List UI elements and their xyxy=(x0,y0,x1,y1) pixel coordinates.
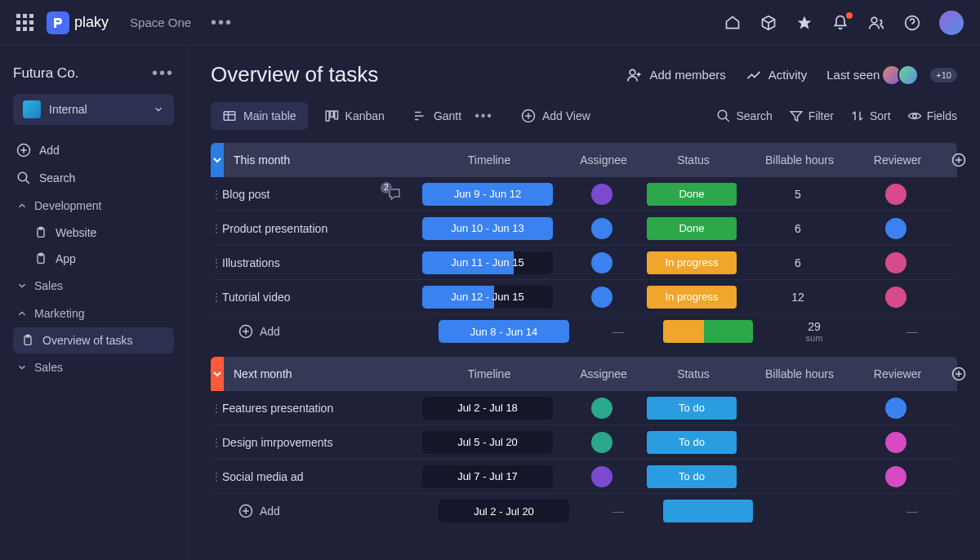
column-reviewer[interactable]: Reviewer xyxy=(853,367,942,380)
sidebar-group[interactable]: Sales xyxy=(13,353,174,381)
people-icon[interactable] xyxy=(867,14,885,32)
workspace-more-icon[interactable]: ••• xyxy=(152,64,174,82)
task-name-cell[interactable]: Blog post2 xyxy=(222,187,410,202)
task-name-cell[interactable]: Design imrpovements xyxy=(222,436,410,449)
bell-icon[interactable] xyxy=(831,14,849,32)
comment-icon[interactable]: 2 xyxy=(387,187,402,202)
assignee-cell[interactable] xyxy=(565,184,639,205)
timeline-cell[interactable]: Jul 7 - Jul 17 xyxy=(410,465,565,488)
task-name-cell[interactable]: Features presentation xyxy=(222,402,410,415)
filter-button[interactable]: Filter xyxy=(789,109,834,123)
sidebar-item[interactable]: Overview of tasks xyxy=(13,327,174,353)
more-icon[interactable]: ••• xyxy=(211,13,233,32)
search-button[interactable]: Search xyxy=(716,109,772,123)
drag-handle-icon[interactable]: ⋮ xyxy=(211,188,222,201)
column-assignee[interactable]: Assignee xyxy=(567,367,640,380)
column-reviewer[interactable]: Reviewer xyxy=(853,153,942,167)
add-column-button[interactable] xyxy=(942,153,975,167)
sidebar-search[interactable]: Search xyxy=(13,164,174,192)
sidebar-item[interactable]: App xyxy=(13,246,174,272)
reviewer-cell[interactable] xyxy=(851,398,941,419)
reviewer-cell[interactable] xyxy=(851,287,941,308)
task-row[interactable]: ⋮Product presentationJun 10 - Jun 13Done… xyxy=(211,211,957,246)
task-row[interactable]: ⋮Design imrpovementsJul 5 - Jul 20To do xyxy=(211,425,957,460)
task-name-cell[interactable]: Social media ad xyxy=(222,470,410,483)
add-view-button[interactable]: Add View xyxy=(510,102,602,130)
user-avatar[interactable] xyxy=(939,11,964,35)
task-name-cell[interactable]: Tutorial video xyxy=(222,291,410,304)
status-cell[interactable]: To do xyxy=(639,431,745,454)
view-tab[interactable]: Main table xyxy=(211,102,308,130)
column-timeline[interactable]: Timeline xyxy=(412,153,567,167)
drag-handle-icon[interactable]: ⋮ xyxy=(211,256,222,269)
add-task-button[interactable]: Add xyxy=(211,504,426,518)
view-tab[interactable]: Gantt xyxy=(401,102,473,130)
activity-button[interactable]: Activity xyxy=(746,67,808,83)
task-row[interactable]: ⋮Blog post2Jun 9 - Jun 12Done5 xyxy=(211,177,957,211)
timeline-cell[interactable]: Jul 2 - Jul 18 xyxy=(410,397,565,420)
views-more-icon[interactable]: ••• xyxy=(474,109,493,123)
task-row[interactable]: ⋮Features presentationJul 2 - Jul 18To d… xyxy=(211,391,957,425)
star-icon[interactable] xyxy=(795,14,813,32)
column-status[interactable]: Status xyxy=(640,153,746,167)
column-timeline[interactable]: Timeline xyxy=(412,367,567,380)
billable-cell[interactable]: 5 xyxy=(745,188,851,201)
timeline-cell[interactable]: Jun 12 - Jun 15 xyxy=(410,286,565,309)
last-seen[interactable]: Last seen +10 xyxy=(826,64,957,86)
task-row[interactable]: ⋮Tutorial videoJun 12 - Jun 15In progres… xyxy=(211,280,957,314)
assignee-cell[interactable] xyxy=(565,218,639,239)
assignee-cell[interactable] xyxy=(565,466,639,487)
assignee-cell[interactable] xyxy=(565,432,639,453)
assignee-cell[interactable] xyxy=(565,252,639,273)
space-name[interactable]: Space One xyxy=(130,16,191,29)
drag-handle-icon[interactable]: ⋮ xyxy=(211,436,222,449)
plaky-logo[interactable]: plaky xyxy=(47,11,109,34)
status-cell[interactable]: Done xyxy=(639,217,745,240)
reviewer-cell[interactable] xyxy=(851,252,941,273)
assignee-cell[interactable] xyxy=(565,287,639,308)
task-name-cell[interactable]: Illustrations xyxy=(222,256,410,269)
status-cell[interactable]: Done xyxy=(639,183,745,206)
add-members-button[interactable]: Add members xyxy=(626,67,725,83)
column-assignee[interactable]: Assignee xyxy=(567,153,640,167)
task-name-cell[interactable]: Product presentation xyxy=(222,222,410,235)
sort-button[interactable]: Sort xyxy=(850,109,891,123)
assignee-cell[interactable] xyxy=(565,398,639,419)
drag-handle-icon[interactable]: ⋮ xyxy=(211,291,222,304)
help-icon[interactable] xyxy=(903,14,921,32)
board-dropdown[interactable]: Internal xyxy=(13,94,174,125)
timeline-cell[interactable]: Jun 11 - Jun 15 xyxy=(410,251,565,274)
task-row[interactable]: ⋮IllustrationsJun 11 - Jun 15In progress… xyxy=(211,246,957,280)
timeline-cell[interactable]: Jun 10 - Jun 13 xyxy=(410,217,565,240)
billable-cell[interactable]: 6 xyxy=(745,222,851,235)
drag-handle-icon[interactable]: ⋮ xyxy=(211,222,222,235)
apps-grid-icon[interactable] xyxy=(16,14,33,31)
billable-cell[interactable]: 12 xyxy=(745,291,851,304)
sidebar-group[interactable]: Marketing xyxy=(13,300,174,327)
column-billable[interactable]: Billable hours xyxy=(746,367,853,380)
drag-handle-icon[interactable]: ⋮ xyxy=(211,470,222,483)
collapse-button[interactable] xyxy=(211,143,224,177)
column-status[interactable]: Status xyxy=(640,367,746,380)
collapse-button[interactable] xyxy=(211,357,224,391)
cube-icon[interactable] xyxy=(760,14,777,32)
timeline-cell[interactable]: Jun 9 - Jun 12 xyxy=(410,183,565,206)
add-column-button[interactable] xyxy=(942,367,975,381)
reviewer-cell[interactable] xyxy=(851,432,941,453)
home-icon[interactable] xyxy=(724,14,742,32)
billable-cell[interactable]: 6 xyxy=(745,256,851,269)
sidebar-group[interactable]: Development xyxy=(13,192,174,220)
view-tab[interactable]: Kanban xyxy=(313,102,396,130)
fields-button[interactable]: Fields xyxy=(907,109,957,123)
drag-handle-icon[interactable]: ⋮ xyxy=(211,402,222,415)
reviewer-cell[interactable] xyxy=(851,184,941,205)
reviewer-cell[interactable] xyxy=(851,218,941,239)
task-row[interactable]: ⋮Social media adJul 7 - Jul 17To do xyxy=(211,460,957,494)
column-billable[interactable]: Billable hours xyxy=(746,153,853,167)
reviewer-cell[interactable] xyxy=(851,466,941,487)
sidebar-item[interactable]: Website xyxy=(13,220,174,246)
status-cell[interactable]: To do xyxy=(639,465,745,488)
sidebar-add[interactable]: Add xyxy=(13,136,174,164)
status-cell[interactable]: In progress xyxy=(639,251,745,274)
status-cell[interactable]: To do xyxy=(639,397,745,420)
